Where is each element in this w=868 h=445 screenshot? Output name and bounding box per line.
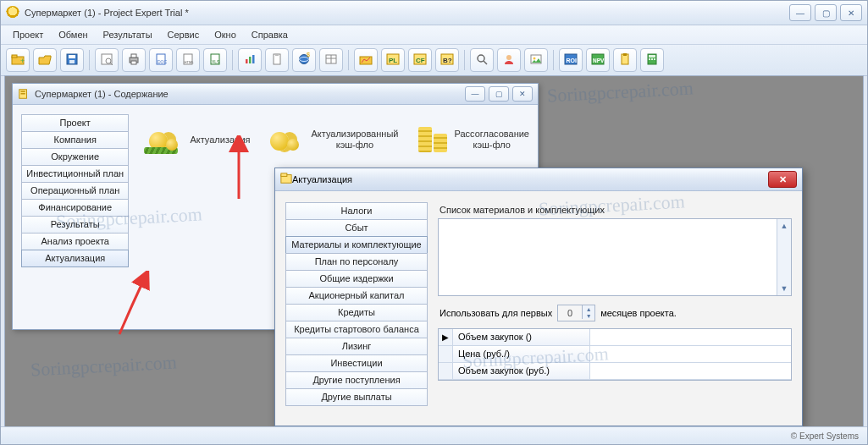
listbox-scrollbar[interactable]: ▲ ▼ [777, 219, 791, 295]
months-spinner[interactable]: ▲ ▼ [557, 305, 595, 321]
close-button[interactable]: ✕ [840, 4, 862, 21]
toolbar-separator [348, 50, 349, 70]
dialog-nav-item[interactable]: Другие выплаты [285, 388, 428, 406]
dialog-nav-item[interactable]: Материалы и комплектующие [285, 236, 428, 254]
toolbar-folder-open-button[interactable] [33, 48, 57, 72]
dialog-close-button[interactable]: ✕ [768, 171, 797, 188]
toolbar-npv-button[interactable]: NPV [586, 48, 610, 72]
dialog-nav-item[interactable]: Налоги [285, 202, 428, 220]
actualization-dialog: Актуализация ✕ НалогиСбытМатериалы и ком… [274, 168, 803, 426]
svg-text:B?: B? [443, 57, 452, 64]
content-nav-item[interactable]: Актуализация [21, 250, 129, 267]
use-for-months-row: Использовать для первых ▲ ▼ месяцев прое… [440, 305, 790, 321]
item-actualization[interactable]: Актуализация [149, 127, 250, 152]
svg-text:$: $ [307, 52, 310, 58]
dialog-nav-item[interactable]: План по персоналу [285, 253, 428, 271]
toolbar-user-button[interactable] [497, 48, 521, 72]
scroll-down-icon[interactable]: ▼ [777, 282, 791, 295]
dialog-nav-item[interactable]: Кредиты [285, 304, 428, 321]
menu-help[interactable]: Справка [245, 28, 295, 41]
menu-exchange[interactable]: Обмен [52, 28, 94, 41]
content-nav-item[interactable]: Окружение [21, 148, 129, 166]
content-maximize-button[interactable]: ▢ [489, 86, 509, 102]
minimize-button[interactable]: — [789, 4, 811, 21]
menu-service[interactable]: Сервис [161, 28, 207, 41]
npv-icon: NPV [591, 52, 605, 68]
item-actualized-cashflow[interactable]: Актуализированный кэш-фло [270, 127, 398, 152]
toolbar-pl-button[interactable]: PL [381, 48, 405, 72]
coins-icon [149, 127, 183, 152]
toolbar-preview-button[interactable] [95, 48, 119, 72]
svg-point-38 [506, 55, 511, 60]
print-icon [127, 52, 141, 68]
toolbar-xls-button[interactable]: XLS [203, 48, 227, 72]
grid-row-value[interactable] [590, 363, 791, 380]
dialog-nav-item[interactable]: Сбыт [285, 219, 428, 237]
grid-row[interactable]: ▶Объем закупок () [439, 329, 791, 346]
dialog-nav-item[interactable]: Общие издержки [285, 270, 428, 288]
toolbar-clipboard-button[interactable] [265, 48, 289, 72]
toolbar-table-button[interactable] [319, 48, 343, 72]
grid-row-value[interactable] [590, 346, 791, 363]
save-icon [65, 52, 79, 68]
toolbar-bf-button[interactable]: B? [435, 48, 459, 72]
dialog-titlebar: Актуализация ✕ [275, 168, 802, 191]
toolbar-print-button[interactable] [122, 48, 146, 72]
spin-down-icon[interactable]: ▼ [582, 312, 594, 319]
toolbar-separator [553, 50, 554, 70]
toolbar-barchart-button[interactable] [238, 48, 262, 72]
row-marker-icon: ▶ [439, 329, 453, 346]
menu-project[interactable]: Проект [6, 28, 50, 41]
content-nav-item[interactable]: Проект [21, 114, 129, 132]
content-nav-item[interactable]: Анализ проекта [21, 233, 129, 250]
stack-icon [418, 127, 447, 152]
data-grid[interactable]: ▶Объем закупок ()Цена (руб./)Объем закуп… [438, 328, 792, 381]
svg-point-36 [478, 55, 484, 62]
toolbar-clipboard2-button[interactable] [613, 48, 637, 72]
spin-up-icon[interactable]: ▲ [582, 305, 594, 312]
menu-results[interactable]: Результаты [97, 28, 159, 41]
toolbar-cf-button[interactable]: CF [408, 48, 432, 72]
toolbar-image-button[interactable] [524, 48, 548, 72]
content-nav-item[interactable]: Результаты [21, 216, 129, 233]
item-label: Актуализация [190, 135, 250, 146]
dialog-nav-item[interactable]: Другие поступления [285, 371, 428, 389]
toolbar-roi-button[interactable]: ROI [559, 48, 583, 72]
toolbar-zoom-button[interactable] [470, 48, 494, 72]
cf-icon: CF [413, 52, 427, 68]
dialog-nav-item[interactable]: Лизинг [285, 338, 428, 355]
toolbar-folder-plus-button[interactable]: + [6, 48, 30, 72]
content-close-button[interactable]: ✕ [512, 86, 533, 102]
grid-row-label: Объем закупок (руб.) [453, 363, 590, 380]
maximize-button[interactable]: ▢ [815, 4, 837, 21]
toolbar-calc-button[interactable] [640, 48, 664, 72]
dialog-nav-item[interactable]: Инвестиции [285, 354, 428, 372]
statusbar-text: © Expert Systems [791, 431, 859, 441]
content-nav-item[interactable]: Операционный план [21, 182, 129, 200]
months-input[interactable] [558, 305, 582, 321]
user-icon [502, 52, 516, 68]
menu-window[interactable]: Окно [207, 28, 243, 41]
dialog-nav-item[interactable]: Кредиты стартового баланса [285, 321, 428, 338]
svg-rect-51 [654, 58, 655, 60]
content-nav-item[interactable]: Финансирование [21, 199, 129, 217]
content-minimize-button[interactable]: — [465, 86, 485, 102]
svg-text:XLS: XLS [212, 59, 220, 64]
grid-row[interactable]: Объем закупок (руб.) [439, 363, 791, 380]
materials-listbox[interactable]: ▲ ▼ [438, 218, 792, 296]
svg-rect-50 [651, 58, 653, 60]
toolbar-doc-button[interactable]: DOC [149, 48, 173, 72]
toolbar-save-button[interactable] [60, 48, 84, 72]
grid-row-value[interactable] [590, 329, 791, 346]
grid-row[interactable]: Цена (руб./) [439, 346, 791, 363]
toolbar-chart-folder-button[interactable] [354, 48, 378, 72]
toolbar-globe-button[interactable]: $ [292, 48, 316, 72]
doc-icon: DOC [154, 52, 168, 68]
content-nav-item[interactable]: Инвестиционный план [21, 165, 129, 183]
dialog-nav-item[interactable]: Акционерный капитал [285, 287, 428, 305]
content-nav-item[interactable]: Компания [21, 131, 129, 149]
toolbar-html-button[interactable]: HTML [176, 48, 200, 72]
item-mismatch-cashflow[interactable]: Рассогласование кэш-фло [418, 127, 529, 152]
window-title: Супермаркет (1) - Project Expert Trial * [25, 8, 789, 18]
scroll-up-icon[interactable]: ▲ [777, 219, 791, 233]
